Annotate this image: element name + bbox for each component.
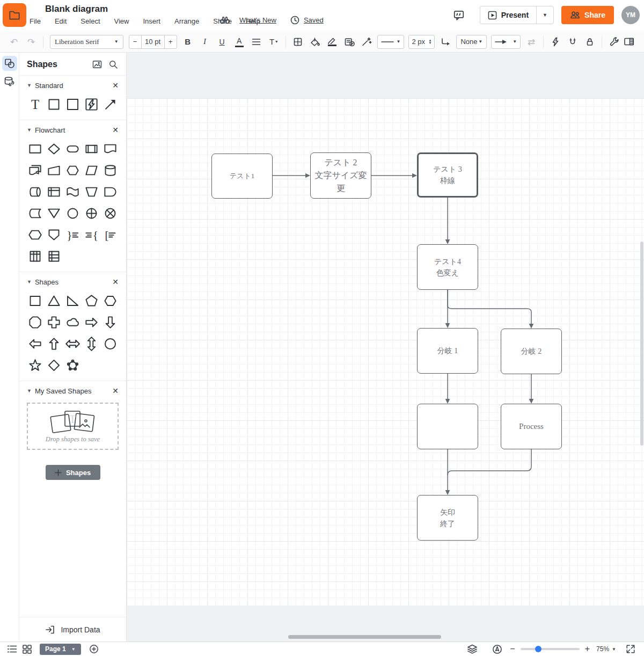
whats-new-link[interactable]: What's New [239, 16, 276, 24]
close-icon[interactable]: ✕ [112, 278, 119, 286]
zoom-slider[interactable] [521, 648, 580, 650]
zoom-level-select[interactable]: 75% ▼ [596, 645, 616, 653]
shape-block-arrow-horizontal[interactable] [63, 336, 82, 352]
app-logo[interactable] [3, 3, 26, 27]
shape-brace-note-left[interactable]: { [82, 227, 101, 243]
shape-square[interactable] [26, 293, 45, 309]
flowchart-node-bunki1[interactable]: 分岐 1 [417, 328, 478, 374]
shape-preparation[interactable] [63, 162, 82, 178]
shape-manual-input[interactable] [45, 162, 63, 178]
magic-wand-button[interactable] [360, 35, 373, 49]
shape-manual-operation[interactable] [82, 184, 101, 200]
section-shapes-header[interactable]: ▼ Shapes ✕ [19, 272, 126, 289]
page-grid[interactable] [127, 98, 644, 606]
section-standard-header[interactable]: ▼ Standard ✕ [19, 76, 126, 93]
horizontal-scrollbar[interactable] [288, 635, 441, 639]
shape-cross[interactable] [45, 314, 63, 330]
shape-diamond[interactable] [45, 357, 63, 373]
shape-freeform-polygon[interactable] [63, 357, 82, 373]
font-size-increase[interactable]: + [165, 35, 177, 48]
shape-lightning-tile[interactable] [82, 96, 101, 112]
font-family-select[interactable]: Liberation Serif ▼ [50, 35, 123, 49]
menu-insert[interactable]: Insert [143, 17, 160, 25]
shape-connector[interactable] [63, 205, 82, 221]
text-options-button[interactable]: T▾ [267, 35, 280, 49]
shape-or-junction[interactable] [82, 205, 101, 221]
shape-internal-storage[interactable] [45, 184, 63, 200]
flowchart-node-blank[interactable] [417, 404, 478, 449]
shape-data-button[interactable] [343, 35, 356, 49]
shape-octagon[interactable] [26, 314, 45, 330]
shape-block-arrow-vertical[interactable] [82, 336, 101, 352]
shape-right-triangle[interactable] [63, 293, 82, 309]
page-grid-button[interactable] [23, 645, 32, 654]
menu-arrange[interactable]: Arrange [174, 17, 199, 25]
shape-predefined-process[interactable] [82, 141, 101, 157]
shape-hexagon[interactable] [101, 293, 120, 309]
shape-block-arrow-right[interactable] [82, 314, 101, 330]
shape-brace-note-right[interactable]: } [63, 227, 82, 243]
image-icon[interactable] [92, 59, 103, 70]
comment-icon[interactable] [453, 9, 465, 21]
close-icon[interactable]: ✕ [112, 387, 119, 395]
shape-block-arrow-down[interactable] [101, 314, 120, 330]
shape-pentagon[interactable] [82, 293, 101, 309]
close-icon[interactable]: ✕ [112, 81, 119, 90]
hotspot-button[interactable] [549, 35, 562, 49]
zoom-slider-thumb[interactable] [535, 646, 541, 652]
shape-text[interactable]: T [26, 96, 45, 112]
menu-edit[interactable]: Edit [55, 17, 67, 25]
shape-process[interactable] [26, 141, 45, 157]
add-shapes-button[interactable]: Shapes [46, 465, 100, 480]
flowchart-node-bunki2[interactable]: 分岐 2 [501, 329, 562, 374]
shape-data[interactable] [82, 162, 101, 178]
flowchart-node-test4[interactable]: テスト4 色変え [417, 244, 478, 290]
shape-multiple-documents[interactable] [26, 162, 45, 178]
undo-button[interactable]: ↶ [8, 35, 20, 49]
shape-document[interactable] [101, 141, 120, 157]
section-flowchart-header[interactable]: ▼ Flowchart ✕ [19, 120, 126, 137]
fill-color-button[interactable] [309, 35, 321, 49]
line-color-button[interactable] [326, 35, 339, 49]
menu-select[interactable]: Select [80, 17, 100, 25]
shape-stored-data[interactable] [26, 205, 45, 221]
shape-cloud[interactable] [63, 314, 82, 330]
line-shape-button[interactable] [439, 35, 452, 49]
text-align-button[interactable] [250, 35, 263, 49]
shape-row-table[interactable] [45, 248, 63, 264]
table-button[interactable] [291, 35, 304, 49]
add-page-button[interactable] [89, 644, 99, 654]
zoom-out-button[interactable]: − [510, 644, 515, 654]
advanced-tools-button[interactable] [608, 35, 620, 49]
lock-button[interactable] [583, 35, 596, 49]
fullscreen-button[interactable] [626, 644, 635, 654]
line-style-select[interactable]: ▼ [377, 35, 405, 49]
rail-data-tab[interactable] [2, 74, 17, 89]
menu-view[interactable]: View [114, 17, 129, 25]
flowchart-node-process[interactable]: Process [501, 404, 562, 449]
import-data-button[interactable]: Import Data [19, 617, 126, 642]
shape-column-table[interactable] [26, 248, 45, 264]
page-tab[interactable]: Page 1 ▼ [40, 644, 81, 655]
underline-button[interactable]: U [216, 35, 229, 49]
menu-file[interactable]: File [30, 17, 41, 25]
save-status[interactable]: Saved [304, 16, 324, 24]
redo-button[interactable]: ↷ [25, 35, 38, 49]
shape-display[interactable] [26, 227, 45, 243]
shape-circle[interactable] [101, 336, 120, 352]
shape-block-arrow-up[interactable] [45, 336, 63, 352]
layers-button[interactable] [467, 644, 478, 654]
flowchart-node-end[interactable]: 矢印 終了 [417, 495, 478, 541]
shape-note[interactable]: [ [101, 227, 120, 243]
vertical-scrollbar[interactable] [640, 242, 643, 446]
line-start-select[interactable]: None ▼ [456, 35, 487, 49]
share-button[interactable]: Share [561, 6, 614, 24]
shape-terminator[interactable] [63, 141, 82, 157]
rail-shapes-tab[interactable] [2, 56, 17, 71]
document-title[interactable]: Blank diagram [45, 4, 108, 14]
line-width-stepper[interactable]: 2 px ▲▼ [408, 35, 435, 49]
section-my-saved-header[interactable]: ▼ My Saved Shapes ✕ [19, 381, 126, 398]
text-color-button[interactable]: A [233, 35, 246, 49]
flowchart-node-test2[interactable]: テスト 2 文字サイズ変更 [310, 152, 371, 199]
font-size-decrease[interactable]: − [129, 35, 141, 48]
